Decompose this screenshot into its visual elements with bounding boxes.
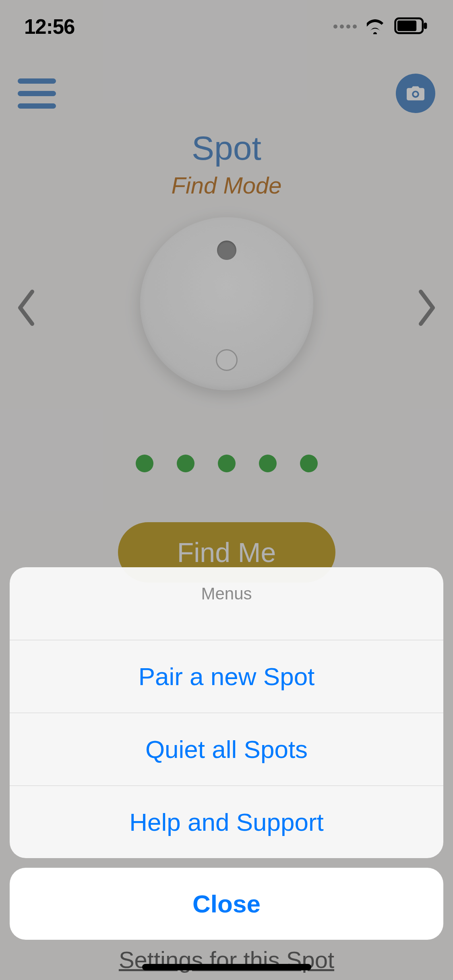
action-sheet-close-button[interactable]: Close [10, 868, 443, 940]
action-item-quiet[interactable]: Quiet all Spots [10, 712, 443, 785]
action-sheet-title: Menus [10, 567, 443, 640]
action-item-help[interactable]: Help and Support [10, 785, 443, 858]
action-item-pair[interactable]: Pair a new Spot [10, 640, 443, 712]
action-sheet: Menus Pair a new Spot Quiet all Spots He… [10, 567, 443, 940]
home-indicator[interactable] [142, 964, 311, 970]
